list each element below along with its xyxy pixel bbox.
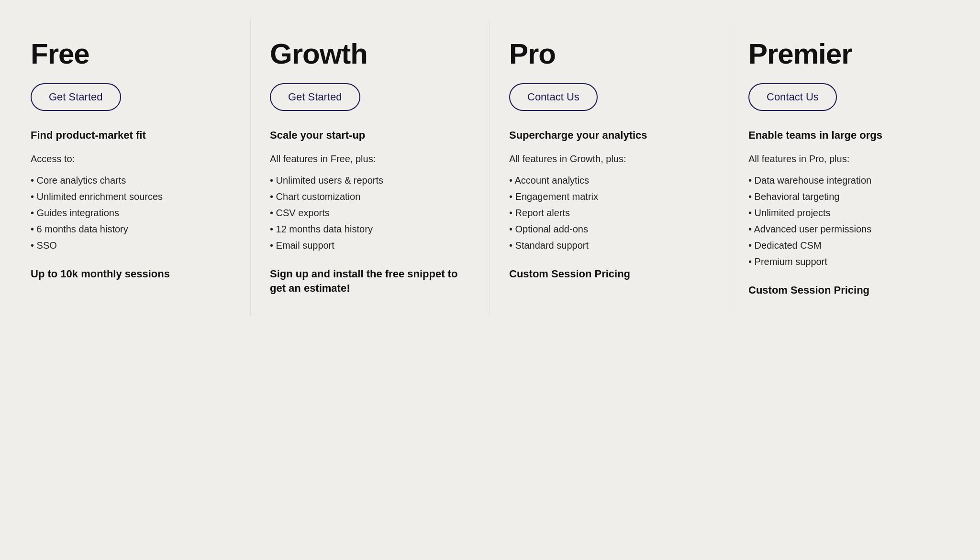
get-started-button-free[interactable]: Get Started [31,83,121,111]
feature-item: Engagement matrix [509,188,710,205]
feature-item: Unlimited users & reports [270,172,470,188]
plan-features-growth: Unlimited users & reports Chart customiz… [270,172,470,253]
feature-item: Dedicated CSM [748,237,949,253]
feature-item: Premium support [748,253,949,270]
plan-description-intro-premier: All features in Pro, plus: [748,151,949,166]
feature-item: Report alerts [509,205,710,221]
plan-title-premier: Premier [748,38,949,70]
feature-item: Email support [270,237,470,253]
plan-description-intro-free: Access to: [31,151,231,166]
contact-us-button-premier[interactable]: Contact Us [748,83,837,111]
feature-item: Data warehouse integration [748,172,949,188]
plan-footer-premier: Custom Session Pricing [748,283,949,297]
plan-column-pro: Pro Contact Us Supercharge your analytic… [490,19,729,316]
plan-tagline-growth: Scale your start-up [270,128,470,143]
plan-description-intro-pro: All features in Growth, plus: [509,151,710,166]
feature-item: Behavioral targeting [748,188,949,205]
plan-footer-free: Up to 10k monthly sessions [31,267,231,281]
contact-us-button-pro[interactable]: Contact Us [509,83,598,111]
plan-tagline-pro: Supercharge your analytics [509,128,710,143]
pricing-grid: Free Get Started Find product-market fit… [11,19,969,316]
feature-item: Advanced user permissions [748,221,949,237]
feature-item: 12 months data history [270,221,470,237]
plan-description-intro-growth: All features in Free, plus: [270,151,470,166]
plan-title-growth: Growth [270,38,470,70]
feature-item: Guides integrations [31,205,231,221]
plan-features-pro: Account analytics Engagement matrix Repo… [509,172,710,253]
feature-item: 6 months data history [31,221,231,237]
plan-tagline-free: Find product-market fit [31,128,231,143]
feature-item: Account analytics [509,172,710,188]
plan-features-free: Core analytics charts Unlimited enrichme… [31,172,231,253]
plan-footer-growth: Sign up and install the free snippet to … [270,267,470,296]
feature-item: Unlimited projects [748,205,949,221]
feature-item: Chart customization [270,188,470,205]
plan-footer-pro: Custom Session Pricing [509,267,710,281]
feature-item: Optional add-ons [509,221,710,237]
feature-item: SSO [31,237,231,253]
feature-item: Core analytics charts [31,172,231,188]
plan-tagline-premier: Enable teams in large orgs [748,128,949,143]
feature-item: Unlimited enrichment sources [31,188,231,205]
feature-item: Standard support [509,237,710,253]
plan-column-premier: Premier Contact Us Enable teams in large… [729,19,969,316]
plan-column-growth: Growth Get Started Scale your start-up A… [251,19,490,316]
plan-title-pro: Pro [509,38,710,70]
plan-title-free: Free [31,38,231,70]
plan-features-premier: Data warehouse integration Behavioral ta… [748,172,949,270]
plan-column-free: Free Get Started Find product-market fit… [11,19,251,316]
feature-item: CSV exports [270,205,470,221]
get-started-button-growth[interactable]: Get Started [270,83,360,111]
